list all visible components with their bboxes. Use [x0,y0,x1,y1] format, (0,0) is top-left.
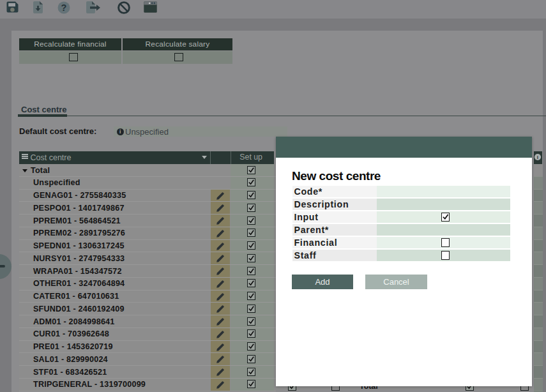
svg-text:?: ? [61,3,67,13]
